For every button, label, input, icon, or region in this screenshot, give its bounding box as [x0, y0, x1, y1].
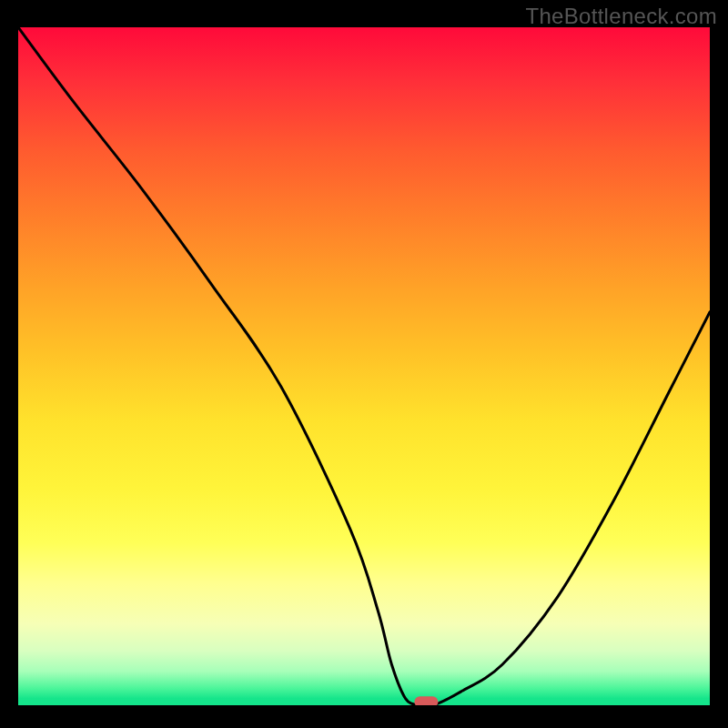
curve-svg: [18, 27, 710, 705]
min-marker: [414, 696, 438, 705]
bottleneck-curve: [18, 27, 710, 705]
chart-frame: TheBottleneck.com: [0, 0, 728, 728]
watermark-text: TheBottleneck.com: [525, 4, 717, 29]
plot-area: [18, 27, 710, 705]
